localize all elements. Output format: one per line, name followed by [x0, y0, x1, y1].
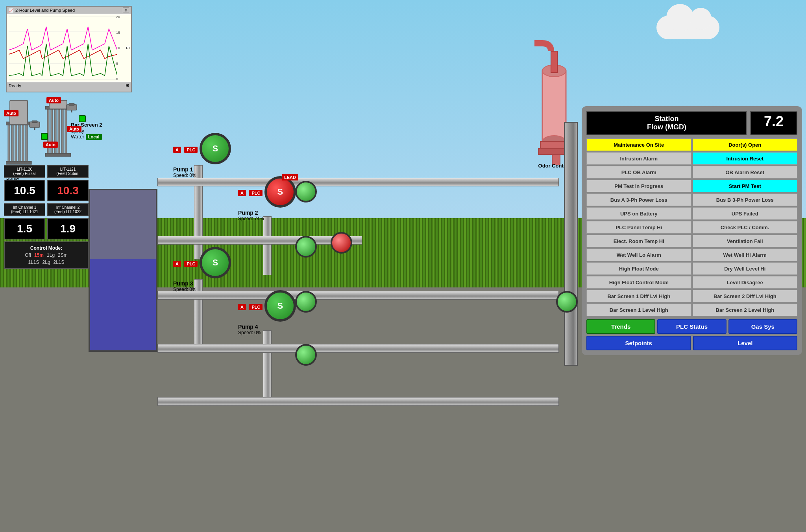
pump2-lead-badge: LEAD — [282, 174, 298, 180]
mode-1l1s[interactable]: 1L1S — [28, 260, 39, 265]
pump3-speed: Speed: 0% — [173, 287, 231, 292]
mode-2lg[interactable]: 2Lg — [42, 260, 50, 265]
status-high-float-control-mode[interactable]: High Float Control Mode — [586, 276, 691, 289]
status-check-plc-comm[interactable]: Check PLC / Comm. — [693, 221, 798, 234]
bs-auto-tag-3[interactable]: Auto — [67, 126, 81, 132]
chart-icon: 📈 — [9, 8, 13, 13]
status-start-pm-test[interactable]: Start PM Test — [693, 180, 798, 192]
inf-ch2-value: 1.9 — [47, 218, 89, 239]
svg-rect-23 — [45, 153, 71, 156]
plc-status-button[interactable]: PLC Status — [657, 319, 726, 334]
status-level-disagree[interactable]: Level Disagree — [693, 276, 798, 289]
status-high-float-mode[interactable]: High Float Mode — [586, 262, 691, 275]
pump4-pipe-v — [263, 330, 272, 405]
inf-ch1-value: 1.5 — [4, 218, 45, 239]
svg-rect-11 — [22, 124, 24, 163]
status-maintenance-on-site[interactable]: Maintenance On Site — [586, 138, 691, 151]
valve-pump2-outlet[interactable] — [295, 236, 317, 258]
svg-rect-3 — [551, 51, 557, 73]
mode-off[interactable]: Off — [25, 252, 31, 258]
control-mode-box: Control Mode: Off 15m 1Lg 2Sm 1L1S 2Lg 2… — [4, 241, 89, 269]
bs-auto-tag-1[interactable]: Auto — [46, 97, 61, 103]
pump4-motor[interactable]: S — [264, 290, 296, 322]
setpoints-button[interactable]: Setpoints — [586, 336, 691, 350]
mode-2l1s[interactable]: 2L1S — [54, 260, 65, 265]
status-bus-a-power-loss[interactable]: Bus A 3-Ph Power Loss — [586, 193, 691, 206]
status-wet-well-hi-alarm[interactable]: Wet Well Hi Alarm — [693, 249, 798, 261]
svg-rect-31 — [32, 121, 37, 123]
status-bs1-diff-lvl-high[interactable]: Bar Screen 1 Diff Lvl High — [586, 290, 691, 302]
chart-unit: FT — [126, 46, 130, 50]
chart-status-text: Ready — [9, 83, 21, 88]
bottom-buttons-row1: Trends PLC Status Gas Sys — [586, 319, 797, 334]
status-intrusion-reset[interactable]: Intrusion Reset — [693, 152, 798, 165]
left-sensor-panel: LIT-1120(Feet) Pulsar LIT-1121(Feet) Sub… — [4, 165, 89, 269]
control-mode-title: Control Mode: — [8, 245, 85, 251]
pump2-plc-tag[interactable]: PLC — [249, 190, 263, 196]
status-bs1-level-high[interactable]: Bar Screen 1 Level High — [586, 304, 691, 316]
valve-red-main[interactable] — [331, 232, 352, 254]
status-pm-test-in-progress[interactable]: PM Test in Progress — [586, 180, 691, 192]
pump3-plc-tag[interactable]: PLC — [184, 261, 198, 267]
status-ob-alarm-reset[interactable]: OB Alarm Reset — [693, 166, 798, 179]
status-plc-ob-alarm[interactable]: PLC OB Alarm — [586, 166, 691, 179]
svg-rect-0 — [542, 71, 566, 142]
pump2-motor[interactable]: S — [264, 176, 296, 208]
status-elect-room-temp-hi[interactable]: Elect. Room Temp Hi — [586, 235, 691, 247]
chart-close-button[interactable]: ✕ — [123, 7, 129, 13]
mode-15m[interactable]: 15m — [34, 252, 44, 258]
pump3-mode-tag[interactable]: A — [173, 261, 181, 267]
pump3-label: Pump 3 — [173, 280, 231, 287]
status-dry-well-level-hi[interactable]: Dry Well Level Hi — [693, 262, 798, 275]
valve-top-right[interactable] — [556, 291, 578, 313]
pump1-motor[interactable]: S — [200, 133, 231, 164]
lit1120-value: 10.5 — [4, 180, 45, 201]
bs-auto-tag-2[interactable]: Auto — [4, 110, 18, 116]
chart-controls[interactable]: ⊞ — [126, 83, 129, 88]
status-wet-well-lo-alarm[interactable]: Wet Well Lo Alarm — [586, 249, 691, 261]
trends-button[interactable]: Trends — [586, 319, 655, 334]
pump1-symbol: S — [213, 144, 218, 154]
valve-pump3-outlet[interactable] — [295, 291, 317, 313]
bottom-buttons-row2: Setpoints Level — [586, 336, 797, 350]
svg-rect-10 — [18, 124, 20, 163]
pump3-motor[interactable]: S — [200, 247, 231, 278]
level-button[interactable]: Level — [693, 336, 798, 350]
pump1-mode-tag[interactable]: A — [173, 147, 181, 153]
status-plc-panel-temp-hi[interactable]: PLC Panel Temp Hi — [586, 221, 691, 234]
pipe-row-5 — [157, 397, 559, 406]
status-bus-b-power-loss[interactable]: Bus B 3-Ph Power Loss — [693, 193, 798, 206]
svg-rect-21 — [65, 108, 67, 155]
mode-2sm[interactable]: 2Sm — [58, 252, 68, 258]
main-vertical-pipe — [564, 122, 578, 366]
pump2-pipe-v — [263, 216, 272, 275]
bs-motor-2 — [66, 101, 78, 115]
valve-pump1-outlet[interactable] — [295, 181, 317, 202]
svg-rect-20 — [61, 108, 63, 155]
pump4-plc-tag[interactable]: PLC — [249, 304, 263, 310]
svg-rect-34 — [69, 103, 74, 105]
gas-sys-button[interactable]: Gas Sys — [728, 319, 797, 334]
lit1121-label: LIT-1121(Feet) Subm. — [47, 165, 89, 178]
pump2-mode-tag[interactable]: A — [238, 190, 246, 196]
valve-pump4-outlet[interactable] — [295, 344, 317, 366]
status-doors-open[interactable]: Door(s) Open — [693, 138, 798, 151]
status-bs2-level-high[interactable]: Bar Screen 2 Level High — [693, 304, 798, 316]
bs2-local-tag[interactable]: Local — [86, 134, 102, 140]
chart-area: 20 15 10 5 0 FT — [7, 14, 131, 82]
bs-auto-tag-4[interactable]: Auto — [43, 142, 58, 148]
pump2-speed: Speed: 74% — [238, 216, 296, 221]
pump4-assembly: A PLC S Pump 4 Speed: 0% — [238, 287, 296, 335]
status-bs2-diff-lvl-high[interactable]: Bar Screen 2 Diff Lvl High — [693, 290, 798, 302]
mode-1lg[interactable]: 1Lg — [47, 252, 55, 258]
wet-well-water-level — [90, 259, 156, 350]
status-ups-failed[interactable]: UPS Failed — [693, 207, 798, 220]
pump1-plc-tag[interactable]: PLC — [184, 147, 198, 153]
status-intrusion-alarm[interactable]: Intrusion Alarm — [586, 152, 691, 165]
status-ups-on-battery[interactable]: UPS on Battery — [586, 207, 691, 220]
pump4-mode-tag[interactable]: A — [238, 304, 246, 310]
status-ventilation-fail[interactable]: Ventilation Fail — [693, 235, 798, 247]
bs-motor-1 — [29, 119, 41, 132]
pump1-assembly: A PLC S Pump 1 Speed: 0% — [173, 130, 231, 178]
pipe-row-4 — [157, 344, 559, 353]
